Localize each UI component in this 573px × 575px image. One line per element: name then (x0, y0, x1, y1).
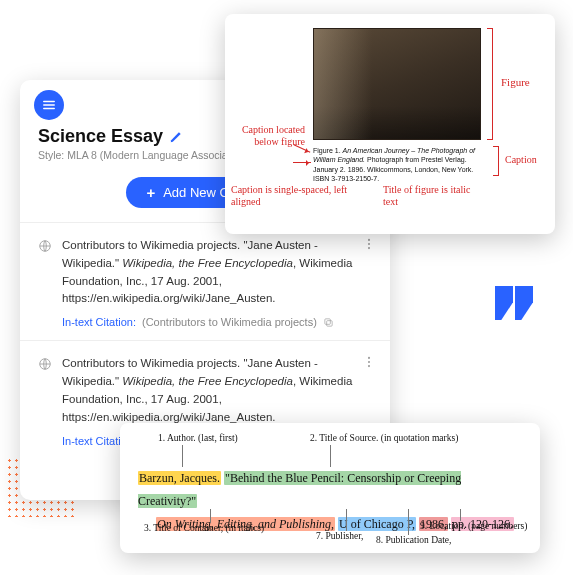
citation-more-button[interactable] (362, 355, 376, 369)
annotation-location: 9. Location. (page numbers) (420, 521, 527, 531)
mla-publisher: U of Chicago P, (338, 517, 416, 531)
annotation-line (330, 445, 331, 467)
svg-point-1 (368, 239, 370, 241)
mla-breakdown-card: 1. Author. (last, first) 2. Title of Sou… (120, 423, 540, 553)
annotation-container: 3. Title of Container, (in italics) (144, 523, 264, 533)
mla-author: Barzun, Jacques. (138, 471, 221, 485)
menu-button[interactable] (34, 90, 64, 120)
annotation-publisher: 7. Publisher, (316, 531, 363, 541)
annotation-caption: Caption (505, 154, 537, 166)
citation-text: Contributors to Wikimedia projects. "Jan… (62, 355, 372, 426)
globe-icon (38, 239, 52, 253)
figure-image (313, 28, 481, 140)
annotation-line (460, 509, 461, 521)
svg-point-7 (368, 357, 370, 359)
figure-bracket (487, 28, 493, 140)
citation-text: Contributors to Wikimedia projects. "Jan… (62, 237, 372, 308)
citation-more-button[interactable] (362, 237, 376, 251)
annotation-figure: Figure (501, 76, 530, 89)
annotation-arrow (293, 162, 311, 163)
annotation-single-spaced: Caption is single-spaced, left aligned (231, 184, 351, 208)
citation-item: Contributors to Wikimedia projects. "Jan… (20, 222, 390, 340)
svg-point-9 (368, 365, 370, 367)
document-title: Science Essay (38, 126, 163, 147)
plus-icon: + (146, 185, 155, 200)
svg-rect-4 (326, 320, 332, 326)
annotation-title-italic: Title of figure is italic text (383, 184, 473, 208)
intext-value: (Contributors to Wikimedia projects) (142, 316, 317, 328)
svg-point-8 (368, 361, 370, 363)
hamburger-icon (42, 98, 56, 112)
svg-point-2 (368, 243, 370, 245)
annotation-author: 1. Author. (last, first) (158, 433, 238, 443)
svg-point-3 (368, 247, 370, 249)
globe-icon (38, 357, 52, 371)
caption-bracket (493, 146, 499, 176)
annotation-title: 2. Title of Source. (in quotation marks) (310, 433, 458, 443)
intext-citation-row: In-text Citation: (Contributors to Wikim… (62, 316, 372, 328)
figure-caption-text: Figure 1. An American Journey – The Phot… (313, 146, 489, 184)
svg-rect-5 (325, 319, 331, 325)
figure-caption-guide-card: Figure 1. An American Journey – The Phot… (225, 14, 555, 234)
quote-marks-decoration (495, 286, 533, 320)
edit-title-button[interactable] (169, 130, 183, 144)
style-label: Style: (38, 149, 64, 161)
annotation-line (346, 509, 347, 531)
annotation-line (182, 445, 183, 467)
annotation-line (408, 509, 409, 535)
copy-intext-button[interactable] (323, 317, 334, 328)
annotation-line (210, 509, 211, 523)
annotation-date: 8. Publication Date, (376, 535, 451, 545)
intext-label: In-text Citation: (62, 316, 136, 328)
